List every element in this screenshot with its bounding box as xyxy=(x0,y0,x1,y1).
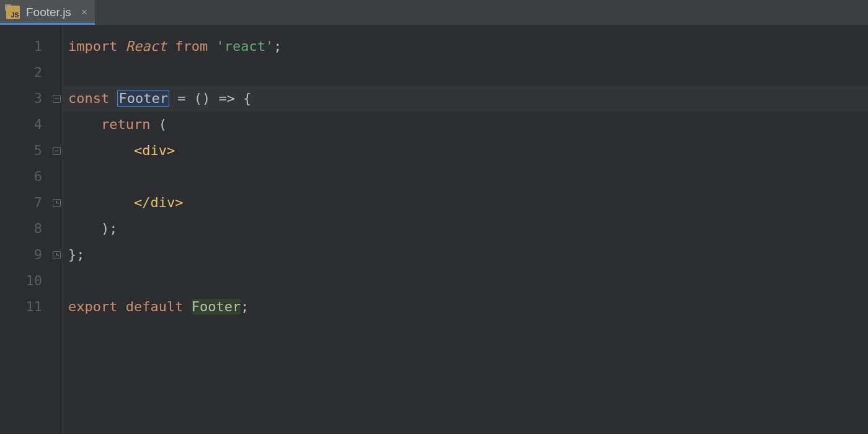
code-token: ; xyxy=(241,299,249,314)
code-line[interactable]: }; xyxy=(63,242,868,268)
code-token: = () => { xyxy=(169,91,251,106)
code-token: Footer xyxy=(192,299,241,314)
code-line[interactable]: ); xyxy=(63,216,868,242)
code-line[interactable] xyxy=(63,164,868,190)
code-editor[interactable]: 1234567891011 import React from 'react';… xyxy=(0,25,868,434)
code-token: import xyxy=(68,38,126,54)
fold-gutter xyxy=(50,25,63,434)
fold-cell[interactable] xyxy=(50,138,63,164)
fold-cell[interactable] xyxy=(50,86,63,112)
fold-cell xyxy=(50,294,63,320)
fold-cell xyxy=(50,216,63,242)
code-token xyxy=(68,221,101,236)
fold-cell xyxy=(50,33,63,60)
code-token: < xyxy=(134,143,142,158)
fold-end-icon[interactable] xyxy=(53,251,61,259)
close-icon[interactable]: × xyxy=(78,6,87,19)
line-number-gutter: 1234567891011 xyxy=(0,25,50,434)
code-token xyxy=(68,195,134,210)
code-line[interactable] xyxy=(63,60,868,86)
code-token: Footer xyxy=(117,90,169,107)
fold-cell[interactable] xyxy=(50,242,63,268)
code-token: ); xyxy=(101,221,118,236)
tab-title: Footer.js xyxy=(26,6,71,19)
code-token: const xyxy=(68,91,117,106)
line-number: 1 xyxy=(0,33,42,60)
code-line[interactable]: <div> xyxy=(63,138,868,164)
code-token: div xyxy=(150,195,175,210)
tab-bar: Footer.js × xyxy=(0,0,868,25)
fold-cell xyxy=(50,164,63,190)
line-number: 10 xyxy=(0,268,42,294)
line-number: 4 xyxy=(0,112,42,138)
line-number: 9 xyxy=(0,242,42,268)
code-token: }; xyxy=(68,247,85,262)
line-number: 2 xyxy=(0,60,42,86)
code-line[interactable]: const Footer = () => { xyxy=(63,86,868,112)
code-token: ( xyxy=(159,117,167,132)
code-token: </ xyxy=(134,195,151,210)
file-tab[interactable]: Footer.js × xyxy=(0,0,95,25)
code-token: return xyxy=(101,117,159,132)
line-number: 5 xyxy=(0,138,42,164)
code-line[interactable]: </div> xyxy=(63,190,868,216)
code-token: default xyxy=(126,299,192,314)
fold-cell[interactable] xyxy=(50,190,63,216)
fold-end-icon[interactable] xyxy=(53,199,61,207)
fold-cell xyxy=(50,112,63,138)
line-number: 7 xyxy=(0,190,42,216)
fold-cell xyxy=(50,268,63,294)
fold-collapse-icon[interactable] xyxy=(53,95,61,103)
code-token xyxy=(167,38,175,54)
line-number: 11 xyxy=(0,294,42,320)
line-number: 3 xyxy=(0,86,42,112)
code-token: > xyxy=(167,143,175,158)
code-line[interactable]: import React from 'react'; xyxy=(63,33,868,60)
code-token: 'react' xyxy=(216,38,273,54)
fold-collapse-icon[interactable] xyxy=(53,147,61,155)
code-line[interactable]: export default Footer; xyxy=(63,294,868,320)
code-line[interactable]: return ( xyxy=(63,112,868,138)
line-number: 8 xyxy=(0,216,42,242)
line-number: 6 xyxy=(0,164,42,190)
code-token: div xyxy=(142,143,167,158)
code-token: React xyxy=(126,38,167,54)
js-file-icon xyxy=(6,6,20,19)
fold-cell xyxy=(50,60,63,86)
code-token: from xyxy=(175,38,216,54)
code-token: export xyxy=(68,299,126,314)
code-token xyxy=(68,117,101,132)
code-token: > xyxy=(175,195,183,210)
code-area[interactable]: import React from 'react';const Footer =… xyxy=(63,25,868,434)
code-line[interactable] xyxy=(63,268,868,294)
code-token: ; xyxy=(273,38,281,54)
code-token xyxy=(68,143,134,158)
